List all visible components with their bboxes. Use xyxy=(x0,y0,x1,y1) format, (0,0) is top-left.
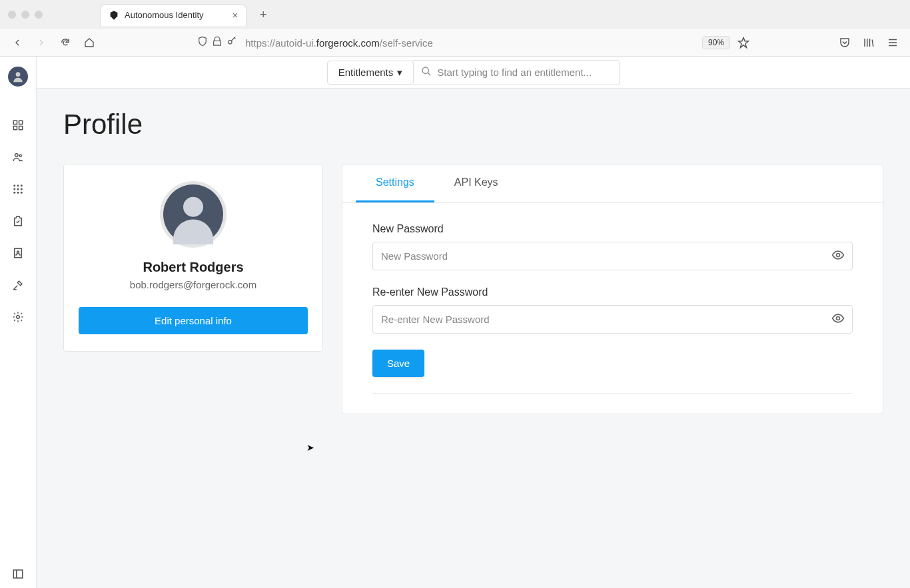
cursor-icon: ➤ xyxy=(306,442,314,453)
svg-rect-5 xyxy=(19,127,23,130)
confirm-password-label: Re-enter New Password xyxy=(372,286,853,298)
svg-point-1 xyxy=(16,72,21,77)
svg-point-25 xyxy=(837,316,840,320)
app-header: Entitlements ▾ xyxy=(37,57,910,89)
maximize-window-button[interactable] xyxy=(35,11,43,19)
svg-rect-20 xyxy=(13,570,23,578)
url-bar[interactable]: https://autoid-ui.forgerock.com/self-ser… xyxy=(109,33,753,52)
dashboard-icon[interactable] xyxy=(11,119,25,132)
zoom-badge[interactable]: 90% xyxy=(702,36,730,49)
confirm-password-input[interactable] xyxy=(372,305,853,334)
browser-toolbar: https://autoid-ui.forgerock.com/self-ser… xyxy=(0,29,910,56)
forward-button[interactable] xyxy=(32,33,51,52)
window-controls xyxy=(8,11,43,19)
tab-api-keys[interactable]: API Keys xyxy=(434,164,518,202)
library-icon[interactable] xyxy=(859,33,878,52)
tasks-icon[interactable] xyxy=(11,214,25,228)
profile-email: bob.rodgers@forgerock.com xyxy=(79,279,308,290)
svg-point-14 xyxy=(13,192,15,194)
svg-point-6 xyxy=(15,154,19,157)
browser-tab[interactable]: Autonomous Identity × xyxy=(100,4,246,26)
back-button[interactable] xyxy=(8,33,27,52)
search-input[interactable] xyxy=(437,67,611,78)
sidebar xyxy=(0,57,37,588)
tab-settings[interactable]: Settings xyxy=(356,164,434,202)
svg-point-0 xyxy=(228,41,232,44)
entitlements-dropdown[interactable]: Entitlements ▾ xyxy=(327,61,414,85)
contacts-icon[interactable] xyxy=(11,246,25,260)
collapse-icon[interactable] xyxy=(11,567,25,581)
profile-name: Robert Rodgers xyxy=(79,260,308,275)
key-icon[interactable] xyxy=(227,36,237,49)
home-button[interactable] xyxy=(80,33,99,52)
main-area: Entitlements ▾ Profile Robert Rodgers xyxy=(37,57,910,588)
svg-point-13 xyxy=(21,188,23,190)
page-title: Profile xyxy=(63,109,883,141)
bookmark-star-icon[interactable] xyxy=(734,33,753,52)
app-container: Entitlements ▾ Profile Robert Rodgers xyxy=(0,57,910,588)
tab-close-icon[interactable]: × xyxy=(232,10,238,21)
svg-point-15 xyxy=(17,192,19,194)
search-icon xyxy=(421,66,432,79)
settings-panel: Settings API Keys New Password xyxy=(342,164,883,414)
svg-point-10 xyxy=(21,184,23,186)
apps-grid-icon[interactable] xyxy=(11,182,25,196)
tab-title: Autonomous Identity xyxy=(125,10,204,20)
password-form: New Password Re-enter New Password xyxy=(342,203,883,414)
svg-point-16 xyxy=(21,192,23,194)
browser-chrome: Autonomous Identity × + xyxy=(0,0,910,57)
tab-favicon-icon xyxy=(109,10,119,21)
svg-point-11 xyxy=(13,188,15,190)
svg-point-12 xyxy=(17,188,19,190)
search-container[interactable] xyxy=(413,60,620,85)
svg-rect-3 xyxy=(19,121,23,124)
divider xyxy=(372,393,853,394)
dropdown-label: Entitlements xyxy=(338,67,394,78)
users-icon[interactable] xyxy=(11,150,25,164)
save-button[interactable]: Save xyxy=(372,350,424,377)
shield-icon[interactable] xyxy=(197,36,208,49)
minimize-window-button[interactable] xyxy=(21,11,29,19)
svg-point-8 xyxy=(13,184,15,186)
new-password-label: New Password xyxy=(372,223,853,235)
edit-personal-info-button[interactable]: Edit personal info xyxy=(79,307,308,334)
svg-point-21 xyxy=(422,67,428,73)
profile-avatar xyxy=(160,181,227,248)
close-window-button[interactable] xyxy=(8,11,16,19)
svg-point-18 xyxy=(17,251,19,253)
svg-rect-4 xyxy=(13,127,17,130)
sidebar-user-avatar[interactable] xyxy=(8,67,28,87)
profile-card: Robert Rodgers bob.rodgers@forgerock.com… xyxy=(63,164,323,352)
svg-rect-2 xyxy=(13,121,17,124)
svg-point-7 xyxy=(19,154,21,156)
eye-icon[interactable] xyxy=(831,312,845,328)
new-password-input[interactable] xyxy=(372,242,853,270)
svg-point-9 xyxy=(17,184,19,186)
pocket-icon[interactable] xyxy=(835,33,854,52)
lock-icon[interactable] xyxy=(212,36,223,49)
gear-icon[interactable] xyxy=(11,310,25,324)
url-text[interactable]: https://autoid-ui.forgerock.com/self-ser… xyxy=(245,35,698,51)
content: Profile Robert Rodgers bob.rodgers@forge… xyxy=(37,89,910,588)
gavel-icon[interactable] xyxy=(11,278,25,292)
profile-layout: Robert Rodgers bob.rodgers@forgerock.com… xyxy=(63,164,883,414)
svg-point-23 xyxy=(183,197,203,217)
new-tab-button[interactable]: + xyxy=(254,5,272,25)
reload-button[interactable] xyxy=(56,33,75,52)
svg-point-19 xyxy=(17,316,20,319)
svg-point-24 xyxy=(837,253,840,256)
hamburger-menu-icon[interactable] xyxy=(883,33,902,52)
chevron-down-icon: ▾ xyxy=(397,67,402,79)
tabs: Settings API Keys xyxy=(342,164,883,203)
browser-titlebar: Autonomous Identity × + xyxy=(0,0,910,29)
eye-icon[interactable] xyxy=(831,248,845,264)
